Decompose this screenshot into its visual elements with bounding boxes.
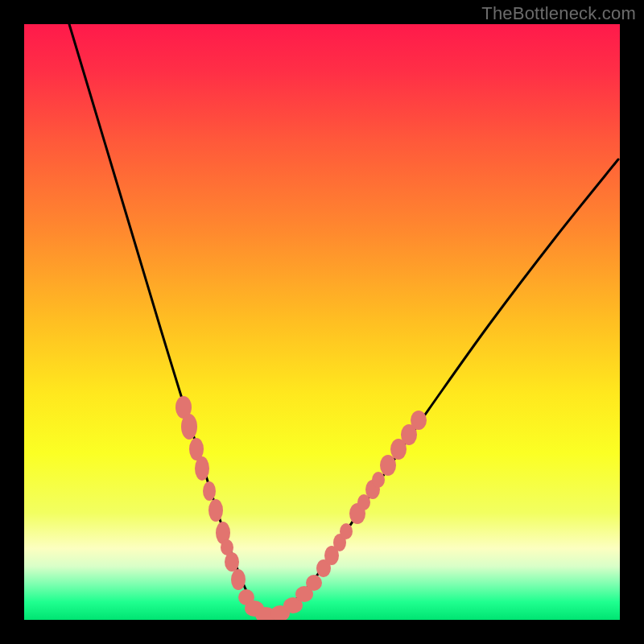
- chart-frame: TheBottleneck.com: [0, 0, 644, 644]
- data-marker: [411, 411, 427, 430]
- plot-area: [24, 24, 620, 620]
- watermark-text: TheBottleneck.com: [481, 3, 636, 24]
- data-marker: [372, 472, 385, 488]
- data-marker: [225, 552, 239, 572]
- data-marker: [380, 455, 396, 476]
- data-marker: [181, 414, 197, 440]
- curve-layer: [24, 24, 620, 620]
- data-marker: [340, 523, 353, 539]
- data-markers: [175, 396, 427, 620]
- data-marker: [208, 499, 223, 522]
- data-marker: [203, 481, 216, 501]
- data-marker: [306, 575, 322, 591]
- data-marker: [195, 456, 209, 481]
- data-marker: [231, 569, 246, 590]
